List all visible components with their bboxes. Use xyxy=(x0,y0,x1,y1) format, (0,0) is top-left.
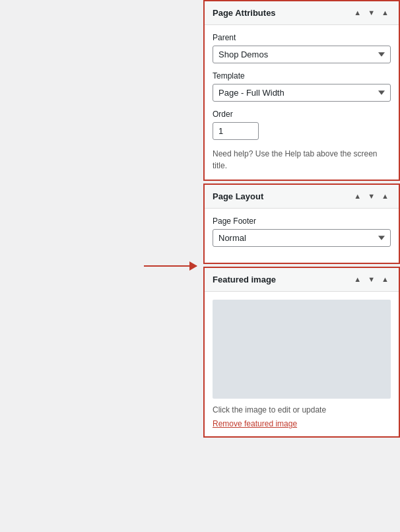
template-select[interactable]: Default Template Page - Full Width Page … xyxy=(213,84,391,102)
page-attributes-header: Page Attributes ▲ ▼ ▲ xyxy=(205,1,399,25)
template-field-group: Template Default Template Page - Full Wi… xyxy=(213,71,391,102)
page-footer-label: Page Footer xyxy=(213,216,391,226)
template-label: Template xyxy=(213,71,391,81)
featured-image-section: Featured image ▲ ▼ ▲ Click the image to … xyxy=(203,267,400,438)
featured-image-collapse-btn[interactable]: ▲ xyxy=(380,275,391,284)
page-layout-down-btn[interactable]: ▼ xyxy=(366,192,377,201)
page-attributes-body: Parent Shop Demos Sample Page Template D… xyxy=(205,25,399,180)
order-label: Order xyxy=(213,110,391,119)
featured-image-up-btn[interactable]: ▲ xyxy=(352,275,363,284)
featured-image-title: Featured image xyxy=(213,275,276,284)
left-panel xyxy=(0,0,203,532)
page-attributes-up-btn[interactable]: ▲ xyxy=(352,9,363,17)
order-field-group: Order xyxy=(213,110,391,140)
page-attributes-collapse-btn[interactable]: ▲ xyxy=(380,9,391,17)
page-attributes-down-btn[interactable]: ▼ xyxy=(366,9,377,17)
page-layout-body: Page Footer Normal Compact Hidden xyxy=(205,209,399,263)
page-attributes-controls: ▲ ▼ ▲ xyxy=(352,9,391,17)
featured-image-caption: Click the image to edit or update xyxy=(213,405,391,415)
featured-image-body: Click the image to edit or update Remove… xyxy=(205,292,399,436)
page-layout-header: Page Layout ▲ ▼ ▲ xyxy=(205,185,399,209)
page-footer-field-group: Page Footer Normal Compact Hidden xyxy=(213,216,391,247)
featured-image-placeholder[interactable] xyxy=(213,300,391,399)
arrow-line xyxy=(144,265,197,267)
right-panel: Page Attributes ▲ ▼ ▲ Parent Shop Demos … xyxy=(203,0,400,532)
arrow-indicator xyxy=(144,265,197,267)
parent-label: Parent xyxy=(213,33,391,42)
featured-image-header: Featured image ▲ ▼ ▲ xyxy=(205,268,399,292)
page-layout-title: Page Layout xyxy=(213,191,263,201)
featured-image-down-btn[interactable]: ▼ xyxy=(366,275,377,284)
page-layout-up-btn[interactable]: ▲ xyxy=(352,192,363,201)
featured-image-controls: ▲ ▼ ▲ xyxy=(352,275,391,284)
page-attributes-title: Page Attributes xyxy=(213,8,276,18)
page-layout-section: Page Layout ▲ ▼ ▲ Page Footer Normal Com… xyxy=(203,183,400,264)
help-text: Need help? Use the Help tab above the sc… xyxy=(213,148,391,172)
page-layout-controls: ▲ ▼ ▲ xyxy=(352,192,391,201)
page-layout-collapse-btn[interactable]: ▲ xyxy=(380,192,391,201)
remove-featured-image-btn[interactable]: Remove featured image xyxy=(213,419,297,428)
parent-field-group: Parent Shop Demos Sample Page xyxy=(213,33,391,63)
order-input[interactable] xyxy=(213,122,259,140)
page-attributes-section: Page Attributes ▲ ▼ ▲ Parent Shop Demos … xyxy=(203,0,400,181)
page-footer-select[interactable]: Normal Compact Hidden xyxy=(213,229,391,247)
parent-select[interactable]: Shop Demos Sample Page xyxy=(213,46,391,63)
